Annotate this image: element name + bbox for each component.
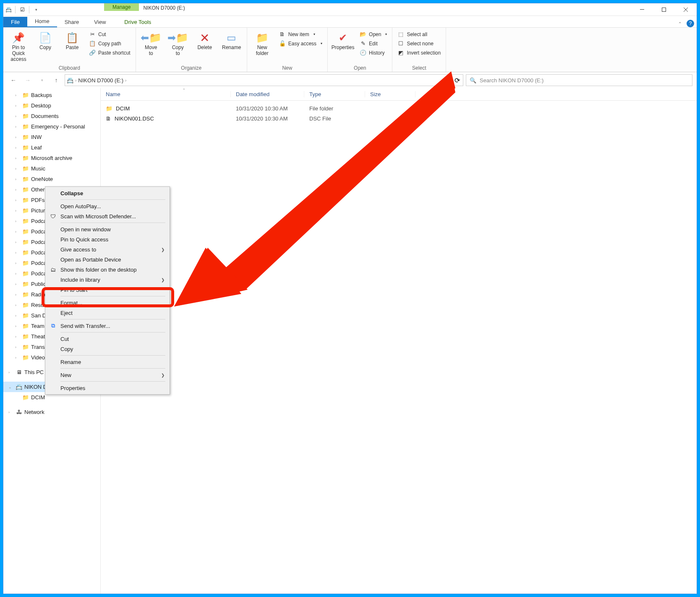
ctx-eject[interactable]: Eject — [46, 308, 169, 318]
rename-button[interactable]: ▭Rename — [220, 29, 243, 50]
expand-icon[interactable]: › — [15, 135, 20, 139]
expand-icon[interactable]: › — [15, 335, 20, 339]
expand-icon[interactable]: › — [15, 261, 20, 265]
recent-dropdown[interactable]: ▾ — [36, 74, 48, 86]
expand-icon[interactable]: › — [15, 146, 20, 150]
breadcrumb-drive[interactable]: NIKON D7000 (E:) — [78, 77, 123, 84]
ctx-pin-start[interactable]: Pin to Start — [46, 285, 169, 295]
tree-item[interactable]: ›📁Leaf — [3, 142, 100, 153]
edit-button[interactable]: ✎Edit — [358, 39, 389, 47]
expand-icon[interactable]: › — [15, 293, 20, 297]
expand-icon[interactable]: › — [15, 188, 20, 192]
column-size[interactable]: Size — [365, 91, 415, 97]
qat-dropdown-icon[interactable]: ▾ — [33, 6, 39, 13]
expand-icon[interactable]: › — [15, 209, 20, 213]
tree-network[interactable]: ›🖧Network — [3, 407, 100, 417]
expand-icon[interactable]: › — [15, 198, 20, 202]
new-item-button[interactable]: 🗎New item▾ — [277, 30, 324, 38]
tree-item[interactable]: ›📁OneNote — [3, 174, 100, 184]
tree-item[interactable]: ›📁Backups — [3, 90, 100, 100]
ctx-give-access[interactable]: Give access to❯ — [46, 244, 169, 254]
expand-icon[interactable]: › — [15, 345, 20, 349]
expand-icon[interactable]: › — [15, 219, 20, 223]
file-row[interactable]: 🗎NIKON001.DSC10/31/2020 10:30 AMDSC File… — [101, 113, 697, 123]
close-button[interactable] — [675, 3, 697, 16]
file-row[interactable]: 📁DCIM10/31/2020 10:30 AMFile folder — [101, 103, 697, 113]
forward-button[interactable]: → — [22, 74, 34, 86]
paste-button[interactable]: 📋Paste — [60, 29, 84, 50]
refresh-button[interactable]: ⟳ — [451, 74, 463, 86]
help-icon[interactable]: ? — [687, 20, 694, 27]
expand-icon[interactable]: › — [15, 324, 20, 328]
expand-icon[interactable]: › — [15, 356, 20, 360]
select-none-button[interactable]: ☐Select none — [396, 39, 442, 47]
expand-icon[interactable]: › — [15, 272, 20, 276]
pin-quick-access-button[interactable]: 📌Pin to Quick access — [7, 29, 30, 62]
expand-icon[interactable]: › — [15, 282, 20, 286]
copy-button[interactable]: 📄Copy — [34, 29, 57, 50]
tree-item[interactable]: ›📁Music — [3, 163, 100, 174]
ctx-include-library[interactable]: Include in library❯ — [46, 275, 169, 285]
expand-icon[interactable]: › — [15, 167, 20, 171]
tree-item[interactable]: ›📁INW — [3, 132, 100, 142]
tree-item[interactable]: ›📁Emergency - Personal — [3, 121, 100, 132]
expand-icon[interactable]: › — [15, 303, 20, 307]
ctx-autoplay[interactable]: Open AutoPlay... — [46, 201, 169, 211]
column-date[interactable]: Date modified — [231, 91, 304, 97]
collapse-icon[interactable]: ⌄ — [8, 385, 13, 389]
tab-file[interactable]: File — [3, 17, 27, 27]
open-button[interactable]: 📂Open▾ — [358, 30, 389, 38]
new-folder-button[interactable]: 📁New folder — [251, 29, 274, 56]
back-button[interactable]: ← — [8, 74, 19, 86]
ctx-cut[interactable]: Cut — [46, 334, 169, 344]
copy-path-button[interactable]: 📋Copy path — [87, 39, 132, 47]
address-bar[interactable]: 📇› NIKON D7000 (E:)› ⌄ — [65, 74, 448, 86]
ctx-new-window[interactable]: Open in new window — [46, 224, 169, 234]
select-all-button[interactable]: ⬚Select all — [396, 30, 442, 38]
expand-icon[interactable]: › — [8, 410, 13, 414]
ctx-show-desktop[interactable]: 🗂Show this folder on the desktop — [46, 264, 169, 275]
easy-access-button[interactable]: 🔓Easy access▾ — [277, 39, 324, 47]
ctx-rename[interactable]: Rename — [46, 357, 169, 367]
expand-icon[interactable]: › — [15, 314, 20, 318]
ctx-send-transfer[interactable]: ⧉Send with Transfer... — [46, 321, 169, 331]
expand-icon[interactable]: › — [15, 125, 20, 129]
tree-item[interactable]: ›📁Desktop — [3, 100, 100, 111]
expand-icon[interactable]: › — [15, 156, 20, 160]
search-input[interactable]: 🔍 Search NIKON D7000 (E:) — [466, 74, 692, 86]
invert-selection-button[interactable]: ◩Invert selection — [396, 49, 442, 57]
up-button[interactable]: ↑ — [50, 74, 62, 86]
address-dropdown-icon[interactable]: ⌄ — [443, 78, 446, 83]
ctx-copy[interactable]: Copy — [46, 344, 169, 354]
properties-button[interactable]: ✔Properties — [331, 29, 355, 50]
history-button[interactable]: 🕘History — [358, 49, 389, 57]
qat-properties-icon[interactable]: ☑ — [19, 6, 26, 13]
tree-item[interactable]: ›📁Documents — [3, 111, 100, 121]
ctx-defender[interactable]: 🛡Scan with Microsoft Defender... — [46, 211, 169, 221]
expand-icon[interactable]: › — [8, 370, 13, 374]
column-type[interactable]: Type — [304, 91, 365, 97]
paste-shortcut-button[interactable]: 🔗Paste shortcut — [87, 49, 132, 57]
ctx-pin-quick[interactable]: Pin to Quick access — [46, 234, 169, 244]
expand-icon[interactable]: › — [15, 93, 20, 97]
expand-icon[interactable]: › — [15, 177, 20, 181]
ctx-properties[interactable]: Properties — [46, 383, 169, 393]
tab-home[interactable]: Home — [27, 16, 57, 27]
minimize-button[interactable] — [631, 3, 653, 16]
expand-icon[interactable]: › — [15, 251, 20, 255]
tab-share[interactable]: Share — [57, 17, 87, 27]
ctx-new[interactable]: New❯ — [46, 370, 169, 380]
copy-to-button[interactable]: ➡📁Copy to — [166, 29, 190, 56]
maximize-button[interactable] — [653, 3, 675, 16]
ctx-portable[interactable]: Open as Portable Device — [46, 254, 169, 264]
ctx-collapse[interactable]: Collapse — [46, 188, 169, 198]
column-name[interactable]: Name⌃ — [101, 91, 231, 97]
move-to-button[interactable]: ⬅📁Move to — [139, 29, 163, 56]
tree-item[interactable]: ›📁Microsoft archive — [3, 153, 100, 163]
tab-view[interactable]: View — [86, 17, 113, 27]
expand-icon[interactable]: › — [15, 104, 20, 108]
tab-drive-tools[interactable]: Drive Tools — [117, 17, 159, 27]
cut-button[interactable]: ✂Cut — [87, 30, 132, 38]
expand-icon[interactable]: › — [15, 240, 20, 244]
expand-icon[interactable]: › — [15, 230, 20, 234]
